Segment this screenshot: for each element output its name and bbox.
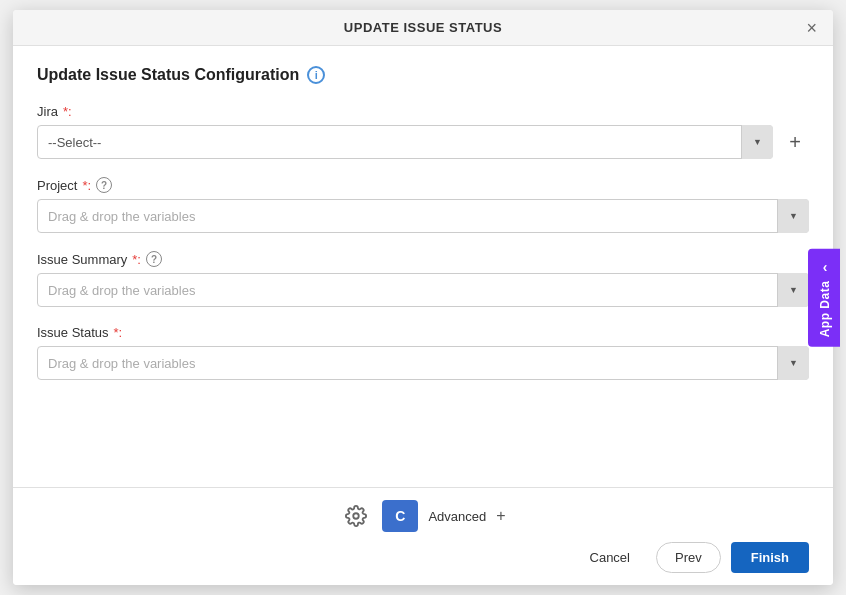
- modal-footer: C Advanced + Cancel Prev Finish: [13, 487, 833, 585]
- advanced-text: Advanced: [428, 509, 486, 524]
- gear-button[interactable]: [340, 500, 372, 532]
- prev-button[interactable]: Prev: [656, 542, 721, 573]
- issue-status-required: *:: [114, 325, 123, 340]
- jira-select-wrapper: --Select--: [37, 125, 773, 159]
- issue-summary-select-wrapper: Drag & drop the variables: [37, 273, 809, 307]
- modal-header: UPDATE ISSUE STATUS ×: [13, 10, 833, 46]
- advanced-row: C Advanced +: [37, 500, 809, 532]
- issue-status-drag-drop[interactable]: Drag & drop the variables: [37, 346, 809, 380]
- issue-status-group: Issue Status *: Drag & drop the variable…: [37, 325, 809, 380]
- jira-select[interactable]: --Select--: [37, 125, 773, 159]
- issue-summary-required: *:: [132, 252, 141, 267]
- svg-point-0: [354, 513, 360, 519]
- jira-label: Jira *:: [37, 104, 809, 119]
- close-button[interactable]: ×: [802, 15, 821, 41]
- project-help-icon[interactable]: ?: [96, 177, 112, 193]
- modal-body: Update Issue Status Configuration i Jira…: [13, 46, 833, 487]
- modal: UPDATE ISSUE STATUS × Update Issue Statu…: [13, 10, 833, 585]
- modal-title: UPDATE ISSUE STATUS: [344, 20, 502, 35]
- config-title-text: Update Issue Status Configuration: [37, 66, 299, 84]
- issue-summary-label: Issue Summary *: ?: [37, 251, 809, 267]
- issue-summary-group: Issue Summary *: ? Drag & drop the varia…: [37, 251, 809, 307]
- config-title-row: Update Issue Status Configuration i: [37, 66, 809, 84]
- jira-select-row: --Select-- +: [37, 125, 809, 159]
- app-data-label: App Data: [818, 280, 832, 337]
- app-data-chevron-icon: ‹: [823, 258, 828, 274]
- issue-summary-drag-drop[interactable]: Drag & drop the variables: [37, 273, 809, 307]
- issue-status-label: Issue Status *:: [37, 325, 809, 340]
- action-row: Cancel Prev Finish: [37, 542, 809, 573]
- jira-group: Jira *: --Select-- +: [37, 104, 809, 159]
- app-data-tab[interactable]: ‹ App Data: [808, 248, 840, 347]
- c-icon-button[interactable]: C: [382, 500, 418, 532]
- project-label: Project *: ?: [37, 177, 809, 193]
- jira-add-button[interactable]: +: [781, 128, 809, 156]
- jira-required: *:: [63, 104, 72, 119]
- project-group: Project *: ? Drag & drop the variables: [37, 177, 809, 233]
- info-icon[interactable]: i: [307, 66, 325, 84]
- cancel-button[interactable]: Cancel: [574, 542, 646, 573]
- issue-summary-help-icon[interactable]: ?: [146, 251, 162, 267]
- advanced-plus-icon[interactable]: +: [496, 507, 505, 525]
- project-drag-drop[interactable]: Drag & drop the variables: [37, 199, 809, 233]
- finish-button[interactable]: Finish: [731, 542, 809, 573]
- issue-status-select-wrapper: Drag & drop the variables: [37, 346, 809, 380]
- app-data-container: ‹ App Data: [808, 248, 840, 347]
- gear-icon: [345, 505, 367, 527]
- modal-wrapper: UPDATE ISSUE STATUS × Update Issue Statu…: [0, 0, 846, 595]
- project-select-wrapper: Drag & drop the variables: [37, 199, 809, 233]
- project-required: *:: [82, 178, 91, 193]
